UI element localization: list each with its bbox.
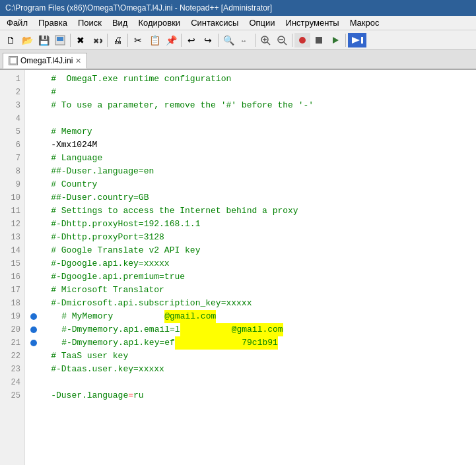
toolbar-paste[interactable]: 📌	[163, 33, 179, 47]
code-line-21: #-Dmymemory.api.key=ef 79c1b91	[30, 336, 476, 350]
code-area[interactable]: # OmegaT.exe runtime configuration # # T…	[25, 70, 476, 465]
code-line-8: ##-Duser.language=en	[30, 165, 476, 178]
code-line-17: # Microsoft Translator	[30, 284, 476, 297]
svg-line-5	[267, 42, 270, 45]
line-num-14: 14	[0, 244, 24, 257]
svg-rect-16	[10, 57, 17, 64]
file-tab[interactable]: OmegaT.l4J.ini ✕	[3, 53, 87, 69]
code-line-6: -Xmx1024M	[30, 139, 476, 152]
menu-edit[interactable]: Правка	[34, 17, 71, 28]
line-num-5: 5	[0, 125, 24, 139]
line-num-9: 9	[0, 178, 24, 191]
code-line-20: #-Dmymemory.api.email=l @gmail.com	[30, 323, 476, 336]
svg-rect-15	[361, 37, 363, 44]
tab-close-button[interactable]: ✕	[75, 57, 81, 65]
code-line-9: # Country	[30, 178, 476, 191]
toolbar-macro-record[interactable]	[294, 33, 310, 47]
code-line-18: #-Dmicrosoft.api.subscription_key=xxxxx	[30, 297, 476, 310]
code-line-16: #-Dgoogle.api.premium=true	[30, 270, 476, 284]
menu-file[interactable]: Файл	[3, 17, 32, 28]
menu-bar: Файл Правка Поиск Вид Кодировки Синтакси…	[0, 16, 476, 30]
toolbar-zoom-in[interactable]	[257, 33, 273, 47]
menu-view[interactable]: Вид	[108, 17, 132, 28]
toolbar-closeall[interactable]: ✖✖	[89, 33, 105, 47]
code-line-14: # Google Translate v2 API key	[30, 244, 476, 257]
menu-options[interactable]: Опции	[245, 17, 279, 28]
toolbar-save[interactable]: 💾	[36, 33, 51, 47]
toolbar-redo[interactable]: ↪	[200, 33, 216, 47]
toolbar: 🗋 📂 💾 ✖ ✖✖ 🖨 ✂ 📋 📌 ↩ ↪ 🔍 ↔	[0, 30, 476, 50]
svg-point-11	[299, 37, 306, 44]
line-num-12: 12	[0, 218, 24, 231]
code-line-10: ##-Duser.country=GB	[30, 191, 476, 204]
menu-search[interactable]: Поиск	[74, 17, 106, 28]
code-line-22: # TaaS user key	[30, 350, 476, 363]
toolbar-close[interactable]: ✖	[73, 33, 88, 47]
line-num-23: 23	[0, 363, 24, 376]
menu-syntax[interactable]: Синтаксисы	[187, 17, 242, 28]
code-line-4	[30, 112, 476, 125]
line-num-18: 18	[0, 297, 24, 310]
sep1	[70, 34, 71, 47]
toolbar-print[interactable]: 🖨	[110, 33, 125, 47]
svg-text:✖✖: ✖✖	[93, 37, 102, 45]
line-num-25: 25	[0, 389, 24, 402]
svg-marker-13	[333, 37, 339, 44]
line-num-7: 7	[0, 152, 24, 165]
svg-rect-1	[57, 37, 63, 41]
code-line-12: #-Dhttp.proxyHost=192.168.1.1	[30, 218, 476, 231]
code-line-7: # Language	[30, 152, 476, 165]
code-line-25: -Duser.language=ru	[30, 389, 476, 402]
line-num-3: 3	[0, 99, 24, 112]
toolbar-save-all[interactable]	[52, 33, 68, 47]
svg-rect-12	[316, 37, 322, 44]
sep4	[181, 34, 182, 47]
svg-marker-14	[352, 37, 360, 44]
line-num-10: 10	[0, 191, 24, 204]
toolbar-undo[interactable]: ↩	[184, 33, 199, 47]
line-num-15: 15	[0, 257, 24, 270]
code-line-13: #-Dhttp.proxyPort=3128	[30, 231, 476, 244]
line-num-2: 2	[0, 86, 24, 99]
code-line-11: # Settings to access the Internet behind…	[30, 204, 476, 218]
code-line-23: #-Dtaas.user.key=xxxxx	[30, 363, 476, 376]
code-line-19: # MyMemory @gmail.com	[30, 310, 476, 323]
sep7	[292, 34, 292, 47]
toolbar-new[interactable]: 🗋	[3, 33, 18, 47]
code-line-2: #	[30, 86, 476, 99]
toolbar-macro-play[interactable]	[327, 33, 343, 47]
menu-encoding[interactable]: Кодировки	[134, 17, 184, 28]
line-num-19: 19	[0, 310, 24, 323]
line-num-22: 22	[0, 350, 24, 363]
line-num-11: 11	[0, 204, 24, 218]
menu-macro[interactable]: Макрос	[346, 17, 384, 28]
sep5	[218, 34, 219, 47]
code-line-15: #-Dgoogle.api.key=xxxxx	[30, 257, 476, 270]
code-line-5: # Memory	[30, 125, 476, 139]
bookmark-dot-20	[30, 326, 37, 333]
tab-icon	[9, 56, 18, 65]
menu-tools[interactable]: Инструменты	[282, 17, 343, 28]
tab-label: OmegaT.l4J.ini	[20, 56, 73, 65]
line-num-17: 17	[0, 284, 24, 297]
toolbar-macro-stop[interactable]	[311, 33, 327, 47]
sep2	[107, 34, 108, 47]
toolbar-zoom-out[interactable]	[274, 33, 290, 47]
toolbar-replace[interactable]: ↔	[237, 33, 253, 47]
code-line-1: # OmegaT.exe runtime configuration	[30, 73, 476, 86]
code-line-3: # To use a parameter, remove the '#' bef…	[30, 99, 476, 112]
line-num-20: 20	[0, 323, 24, 336]
toolbar-cut[interactable]: ✂	[130, 33, 146, 47]
line-numbers: 1234567891011121314151617181920212223242…	[0, 70, 25, 465]
line-num-1: 1	[0, 73, 24, 86]
toolbar-find[interactable]: 🔍	[221, 33, 236, 47]
title-text: C:\Program Files (x86)\OmegaT\OmegaT.l4J…	[5, 3, 272, 13]
svg-text:↔: ↔	[240, 37, 247, 44]
svg-line-9	[284, 42, 287, 45]
tab-bar: OmegaT.l4J.ini ✕	[0, 50, 476, 70]
toolbar-copy[interactable]: 📋	[147, 33, 162, 47]
toolbar-run[interactable]	[348, 33, 366, 47]
line-num-24: 24	[0, 376, 24, 389]
line-num-6: 6	[0, 139, 24, 152]
toolbar-open[interactable]: 📂	[19, 33, 35, 47]
